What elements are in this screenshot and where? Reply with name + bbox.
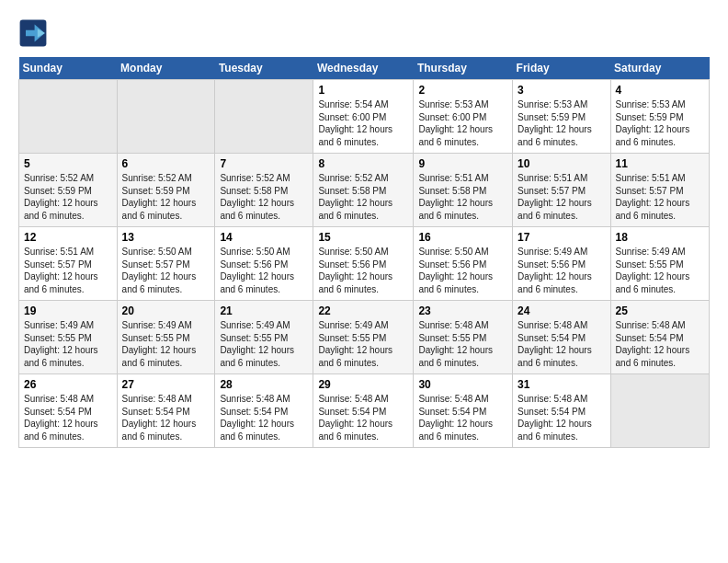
calendar-cell: 8Sunrise: 5:52 AM Sunset: 5:58 PM Daylig…: [313, 154, 414, 227]
calendar-week-row: 26Sunrise: 5:48 AM Sunset: 5:54 PM Dayli…: [19, 374, 710, 448]
day-info: Sunrise: 5:51 AM Sunset: 5:57 PM Dayligh…: [518, 172, 605, 222]
day-number: 17: [518, 231, 605, 244]
day-number: 21: [220, 304, 308, 317]
day-info: Sunrise: 5:48 AM Sunset: 5:54 PM Dayligh…: [518, 393, 605, 442]
day-info: Sunrise: 5:51 AM Sunset: 5:57 PM Dayligh…: [616, 172, 704, 222]
calendar-cell: 15Sunrise: 5:50 AM Sunset: 5:56 PM Dayli…: [313, 227, 414, 301]
calendar-cell: 1Sunrise: 5:54 AM Sunset: 6:00 PM Daylig…: [313, 80, 414, 154]
calendar-cell: 28Sunrise: 5:48 AM Sunset: 5:54 PM Dayli…: [215, 374, 313, 448]
calendar-week-row: 12Sunrise: 5:51 AM Sunset: 5:57 PM Dayli…: [19, 227, 710, 301]
day-number: 1: [318, 84, 408, 97]
day-number: 3: [518, 84, 605, 97]
calendar-cell: [117, 80, 215, 154]
day-info: Sunrise: 5:50 AM Sunset: 5:56 PM Dayligh…: [418, 246, 507, 295]
calendar-cell: 19Sunrise: 5:49 AM Sunset: 5:55 PM Dayli…: [19, 301, 118, 374]
calendar-cell: 25Sunrise: 5:48 AM Sunset: 5:54 PM Dayli…: [610, 301, 709, 374]
weekday-header-friday: Friday: [513, 57, 610, 80]
day-info: Sunrise: 5:53 AM Sunset: 5:59 PM Dayligh…: [616, 98, 704, 148]
calendar-cell: 16Sunrise: 5:50 AM Sunset: 5:56 PM Dayli…: [414, 227, 513, 301]
weekday-header-saturday: Saturday: [610, 57, 709, 80]
calendar-cell: 13Sunrise: 5:50 AM Sunset: 5:57 PM Dayli…: [117, 227, 215, 301]
day-info: Sunrise: 5:48 AM Sunset: 5:54 PM Dayligh…: [318, 393, 408, 442]
day-number: 23: [418, 304, 507, 317]
day-info: Sunrise: 5:48 AM Sunset: 5:54 PM Dayligh…: [24, 393, 112, 442]
day-number: 5: [24, 157, 112, 170]
day-info: Sunrise: 5:48 AM Sunset: 5:55 PM Dayligh…: [418, 319, 507, 369]
day-number: 20: [122, 304, 210, 317]
day-info: Sunrise: 5:52 AM Sunset: 5:58 PM Dayligh…: [220, 172, 308, 222]
calendar-cell: 26Sunrise: 5:48 AM Sunset: 5:54 PM Dayli…: [19, 374, 118, 448]
day-number: 15: [318, 231, 408, 244]
calendar-cell: 18Sunrise: 5:49 AM Sunset: 5:55 PM Dayli…: [610, 227, 709, 301]
calendar-cell: 31Sunrise: 5:48 AM Sunset: 5:54 PM Dayli…: [513, 374, 610, 448]
day-info: Sunrise: 5:49 AM Sunset: 5:55 PM Dayligh…: [122, 319, 210, 369]
day-info: Sunrise: 5:48 AM Sunset: 5:54 PM Dayligh…: [220, 393, 308, 442]
day-info: Sunrise: 5:51 AM Sunset: 5:58 PM Dayligh…: [418, 172, 507, 222]
day-info: Sunrise: 5:53 AM Sunset: 6:00 PM Dayligh…: [418, 98, 507, 148]
calendar-cell: [610, 374, 709, 448]
day-number: 25: [616, 304, 704, 317]
day-number: 6: [122, 157, 210, 170]
day-number: 31: [518, 378, 605, 391]
day-number: 29: [318, 378, 408, 391]
calendar-cell: 6Sunrise: 5:52 AM Sunset: 5:59 PM Daylig…: [117, 154, 215, 227]
calendar-cell: [19, 80, 118, 154]
day-number: 18: [616, 231, 704, 244]
day-info: Sunrise: 5:48 AM Sunset: 5:54 PM Dayligh…: [418, 393, 507, 442]
day-info: Sunrise: 5:49 AM Sunset: 5:55 PM Dayligh…: [220, 319, 308, 369]
day-info: Sunrise: 5:48 AM Sunset: 5:54 PM Dayligh…: [518, 319, 605, 369]
calendar-cell: 10Sunrise: 5:51 AM Sunset: 5:57 PM Dayli…: [513, 154, 610, 227]
weekday-header-tuesday: Tuesday: [215, 57, 313, 80]
weekday-header-monday: Monday: [117, 57, 215, 80]
calendar-table: SundayMondayTuesdayWednesdayThursdayFrid…: [18, 57, 710, 448]
day-number: 8: [318, 157, 408, 170]
calendar-cell: 20Sunrise: 5:49 AM Sunset: 5:55 PM Dayli…: [117, 301, 215, 374]
day-info: Sunrise: 5:51 AM Sunset: 5:57 PM Dayligh…: [24, 246, 112, 295]
calendar-cell: 17Sunrise: 5:49 AM Sunset: 5:56 PM Dayli…: [513, 227, 610, 301]
day-number: 26: [24, 378, 112, 391]
day-info: Sunrise: 5:52 AM Sunset: 5:59 PM Dayligh…: [122, 172, 210, 222]
day-info: Sunrise: 5:50 AM Sunset: 5:57 PM Dayligh…: [122, 246, 210, 295]
calendar-cell: 7Sunrise: 5:52 AM Sunset: 5:58 PM Daylig…: [215, 154, 313, 227]
calendar-header-row: SundayMondayTuesdayWednesdayThursdayFrid…: [19, 57, 710, 80]
day-number: 10: [518, 157, 605, 170]
day-number: 2: [418, 84, 507, 97]
calendar-week-row: 5Sunrise: 5:52 AM Sunset: 5:59 PM Daylig…: [19, 154, 710, 227]
calendar-cell: [215, 80, 313, 154]
calendar-cell: 14Sunrise: 5:50 AM Sunset: 5:56 PM Dayli…: [215, 227, 313, 301]
day-number: 28: [220, 378, 308, 391]
calendar-week-row: 1Sunrise: 5:54 AM Sunset: 6:00 PM Daylig…: [19, 80, 710, 154]
calendar-cell: 27Sunrise: 5:48 AM Sunset: 5:54 PM Dayli…: [117, 374, 215, 448]
day-info: Sunrise: 5:52 AM Sunset: 5:58 PM Dayligh…: [318, 172, 408, 222]
calendar-cell: 30Sunrise: 5:48 AM Sunset: 5:54 PM Dayli…: [414, 374, 513, 448]
calendar-cell: 2Sunrise: 5:53 AM Sunset: 6:00 PM Daylig…: [414, 80, 513, 154]
calendar-cell: 23Sunrise: 5:48 AM Sunset: 5:55 PM Dayli…: [414, 301, 513, 374]
day-info: Sunrise: 5:48 AM Sunset: 5:54 PM Dayligh…: [616, 319, 704, 369]
calendar-cell: 24Sunrise: 5:48 AM Sunset: 5:54 PM Dayli…: [513, 301, 610, 374]
day-info: Sunrise: 5:49 AM Sunset: 5:55 PM Dayligh…: [24, 319, 112, 369]
day-number: 27: [122, 378, 210, 391]
day-number: 11: [616, 157, 704, 170]
day-number: 16: [418, 231, 507, 244]
calendar-cell: 22Sunrise: 5:49 AM Sunset: 5:55 PM Dayli…: [313, 301, 414, 374]
calendar-cell: 9Sunrise: 5:51 AM Sunset: 5:58 PM Daylig…: [414, 154, 513, 227]
day-info: Sunrise: 5:50 AM Sunset: 5:56 PM Dayligh…: [220, 246, 308, 295]
calendar-cell: 12Sunrise: 5:51 AM Sunset: 5:57 PM Dayli…: [19, 227, 118, 301]
calendar-week-row: 19Sunrise: 5:49 AM Sunset: 5:55 PM Dayli…: [19, 301, 710, 374]
day-number: 9: [418, 157, 507, 170]
day-info: Sunrise: 5:50 AM Sunset: 5:56 PM Dayligh…: [318, 246, 408, 295]
weekday-header-wednesday: Wednesday: [313, 57, 414, 80]
calendar-cell: 4Sunrise: 5:53 AM Sunset: 5:59 PM Daylig…: [610, 80, 709, 154]
weekday-header-thursday: Thursday: [414, 57, 513, 80]
day-number: 19: [24, 304, 112, 317]
day-number: 22: [318, 304, 408, 317]
day-info: Sunrise: 5:49 AM Sunset: 5:56 PM Dayligh…: [518, 246, 605, 295]
calendar-cell: 21Sunrise: 5:49 AM Sunset: 5:55 PM Dayli…: [215, 301, 313, 374]
day-info: Sunrise: 5:49 AM Sunset: 5:55 PM Dayligh…: [318, 319, 408, 369]
calendar-cell: 29Sunrise: 5:48 AM Sunset: 5:54 PM Dayli…: [313, 374, 414, 448]
calendar-cell: 3Sunrise: 5:53 AM Sunset: 5:59 PM Daylig…: [513, 80, 610, 154]
day-info: Sunrise: 5:52 AM Sunset: 5:59 PM Dayligh…: [24, 172, 112, 222]
day-info: Sunrise: 5:48 AM Sunset: 5:54 PM Dayligh…: [122, 393, 210, 442]
day-number: 30: [418, 378, 507, 391]
day-number: 7: [220, 157, 308, 170]
